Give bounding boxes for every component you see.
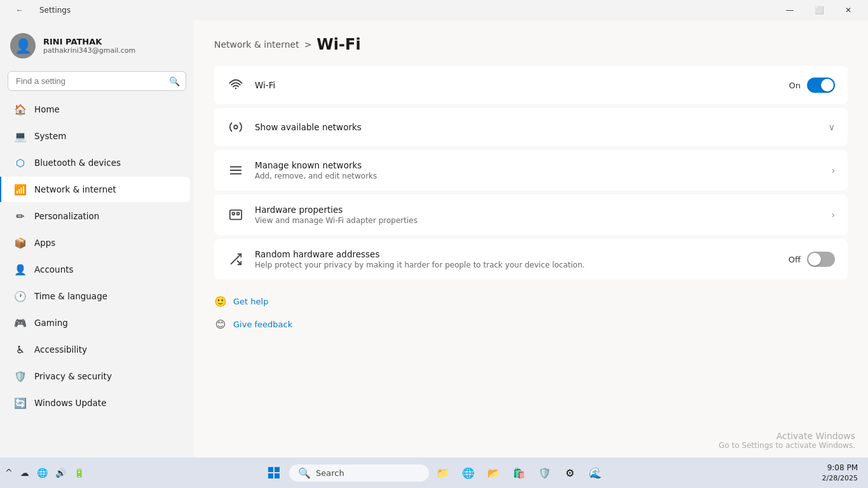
random-addresses-icon bbox=[227, 250, 245, 268]
taskbar-app-other[interactable]: 🌊 bbox=[584, 460, 607, 485]
random-addresses-toggle-thumb bbox=[808, 253, 821, 266]
manage-networks-control: › bbox=[831, 165, 835, 175]
system-icon: 💻 bbox=[14, 130, 27, 142]
sidebar-item-label: Gaming bbox=[34, 318, 68, 328]
home-icon: 🏠 bbox=[14, 103, 27, 116]
sidebar-item-bluetooth[interactable]: ⬡ Bluetooth & devices bbox=[4, 150, 190, 175]
tray-battery-icon[interactable]: 🔋 bbox=[71, 465, 87, 480]
close-button[interactable]: ✕ bbox=[834, 0, 863, 20]
random-addresses-control: Off bbox=[789, 252, 835, 267]
sidebar-item-gaming[interactable]: 🎮 Gaming bbox=[4, 310, 190, 336]
taskbar-app-edge[interactable]: 🌐 bbox=[457, 460, 480, 485]
sidebar-item-personalization[interactable]: ✏️ Personalization bbox=[4, 203, 190, 229]
random-addresses-card: Random hardware addresses Help protect y… bbox=[214, 239, 848, 280]
taskbar-search-bar[interactable]: 🔍 Search bbox=[289, 464, 429, 482]
show-networks-row[interactable]: Show available networks ∨ bbox=[214, 108, 848, 146]
taskbar-app-settings[interactable]: ⚙️ bbox=[559, 460, 581, 485]
back-button[interactable]: ← bbox=[5, 0, 34, 20]
taskbar-app-defender[interactable]: 🛡️ bbox=[533, 460, 556, 485]
sidebar-item-label: System bbox=[34, 131, 66, 141]
sidebar-item-accessibility[interactable]: ♿ Accessibility bbox=[4, 337, 190, 362]
user-profile[interactable]: 👤 RINI PATHAK pathakrini343@gmail.com bbox=[0, 25, 194, 69]
wifi-toggle[interactable] bbox=[807, 78, 835, 93]
sidebar-item-privacy[interactable]: 🛡️ Privacy & security bbox=[4, 363, 190, 389]
give-feedback-icon: 😊 bbox=[214, 318, 227, 330]
taskbar-app-explorer[interactable]: 📂 bbox=[482, 460, 505, 485]
sidebar-item-accounts[interactable]: 👤 Accounts bbox=[4, 257, 190, 282]
sidebar-item-home[interactable]: 🏠 Home bbox=[4, 97, 190, 122]
random-addresses-row[interactable]: Random hardware addresses Help protect y… bbox=[214, 239, 848, 280]
maximize-button[interactable]: ⬜ bbox=[804, 0, 834, 20]
start-button[interactable] bbox=[261, 460, 287, 485]
taskbar-app-folder[interactable]: 📁 bbox=[431, 460, 454, 485]
sidebar-item-label: Network & internet bbox=[34, 184, 116, 194]
window-controls: — ⬜ ✕ bbox=[775, 0, 863, 20]
get-help-link[interactable]: 🙂 Get help bbox=[214, 292, 848, 310]
sidebar-item-label: Home bbox=[34, 104, 60, 114]
svg-point-0 bbox=[235, 88, 237, 90]
random-addresses-toggle[interactable] bbox=[807, 252, 835, 267]
taskbar-right: 9:08 PM 2/28/2025 bbox=[817, 460, 863, 485]
settings-search-input[interactable] bbox=[8, 71, 186, 91]
random-addresses-toggle-track[interactable] bbox=[807, 252, 835, 267]
manage-networks-row[interactable]: Manage known networks Add, remove, and e… bbox=[214, 150, 848, 191]
hardware-props-card: Hardware properties View and manage Wi-F… bbox=[214, 194, 848, 235]
sidebar-item-label: Accounts bbox=[34, 264, 74, 274]
manage-networks-icon bbox=[227, 161, 245, 179]
user-info: RINI PATHAK pathakrini343@gmail.com bbox=[43, 37, 135, 55]
accounts-icon: 👤 bbox=[14, 263, 27, 276]
wifi-toggle-track[interactable] bbox=[807, 78, 835, 93]
svg-rect-5 bbox=[230, 210, 241, 220]
manage-networks-card: Manage known networks Add, remove, and e… bbox=[214, 150, 848, 191]
wifi-row[interactable]: Wi-Fi On bbox=[214, 66, 848, 104]
app-body: 👤 RINI PATHAK pathakrini343@gmail.com 🔍 … bbox=[0, 20, 868, 458]
user-name: RINI PATHAK bbox=[43, 37, 135, 46]
sidebar-item-time[interactable]: 🕐 Time & language bbox=[4, 283, 190, 309]
wifi-icon bbox=[227, 76, 245, 94]
show-networks-icon bbox=[227, 118, 245, 136]
svg-rect-12 bbox=[268, 473, 273, 478]
random-addresses-toggle-label: Off bbox=[789, 255, 801, 264]
user-email: pathakrini343@gmail.com bbox=[43, 46, 135, 55]
hardware-props-subtitle: View and manage Wi-Fi adapter properties bbox=[255, 216, 821, 225]
sidebar-item-label: Bluetooth & devices bbox=[34, 158, 121, 168]
tray-chevron-icon[interactable]: ^ bbox=[3, 465, 15, 480]
hardware-props-row[interactable]: Hardware properties View and manage Wi-F… bbox=[214, 194, 848, 235]
breadcrumb-parent[interactable]: Network & internet bbox=[214, 39, 299, 50]
hardware-props-icon bbox=[227, 206, 245, 224]
hardware-props-text: Hardware properties View and manage Wi-F… bbox=[255, 205, 821, 225]
sidebar-item-windowsupdate[interactable]: 🔄 Windows Update bbox=[4, 390, 190, 416]
sidebar-item-network[interactable]: 📶 Network & internet bbox=[0, 177, 190, 202]
minimize-button[interactable]: — bbox=[775, 0, 804, 20]
chevron-right-icon: › bbox=[831, 210, 835, 220]
privacy-icon: 🛡️ bbox=[14, 370, 27, 383]
tray-globe-icon[interactable]: 🌐 bbox=[34, 465, 50, 480]
network-icon: 📶 bbox=[14, 183, 27, 196]
sidebar-item-apps[interactable]: 📦 Apps bbox=[4, 230, 190, 255]
accessibility-icon: ♿ bbox=[14, 343, 27, 356]
search-icon: 🔍 bbox=[169, 76, 180, 86]
taskbar-search-icon: 🔍 bbox=[298, 467, 311, 479]
breadcrumb-separator: > bbox=[304, 39, 312, 50]
time-icon: 🕐 bbox=[14, 290, 27, 302]
wifi-control: On bbox=[789, 78, 835, 93]
svg-rect-10 bbox=[268, 467, 273, 472]
show-networks-control: ∨ bbox=[829, 122, 835, 132]
settings-search-box[interactable]: 🔍 bbox=[8, 71, 186, 91]
taskbar-app-store[interactable]: 🛍️ bbox=[508, 460, 531, 485]
sidebar-item-label: Windows Update bbox=[34, 398, 106, 408]
random-addresses-subtitle: Help protect your privacy by making it h… bbox=[255, 261, 778, 269]
give-feedback-link[interactable]: 😊 Give feedback bbox=[214, 315, 848, 333]
svg-rect-11 bbox=[275, 467, 280, 472]
sidebar-item-label: Accessibility bbox=[34, 344, 87, 355]
system-clock[interactable]: 9:08 PM 2/28/2025 bbox=[817, 460, 863, 485]
sidebar-item-label: Time & language bbox=[34, 291, 107, 301]
tray-volume-icon[interactable]: 🔊 bbox=[53, 465, 69, 480]
taskbar-left: ^ ☁ 🌐 🔊 🔋 bbox=[3, 465, 87, 480]
sidebar-item-system[interactable]: 💻 System bbox=[4, 123, 190, 149]
activate-watermark: Activate Windows Go to Settings to activ… bbox=[719, 431, 855, 450]
tray-cloud-icon[interactable]: ☁ bbox=[18, 465, 32, 480]
wifi-toggle-label: On bbox=[789, 81, 801, 90]
hardware-props-title: Hardware properties bbox=[255, 205, 821, 215]
app-title: Settings bbox=[39, 6, 71, 15]
